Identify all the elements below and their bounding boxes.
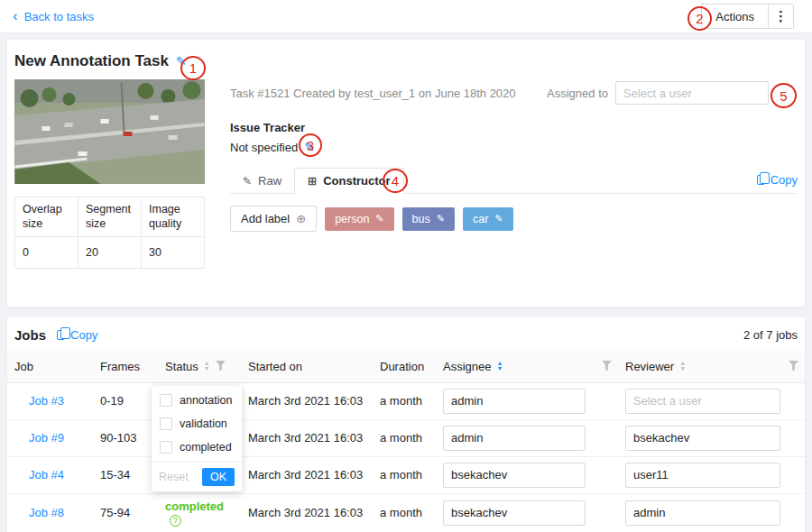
filter-option-completed-label: completed [180, 441, 232, 454]
add-label-button[interactable]: Add label ⊕ [230, 206, 317, 232]
frames-cell: 75-94 [93, 493, 158, 532]
label-tag-person[interactable]: person ✎ [325, 207, 393, 231]
status-sort-icon[interactable]: ▲▼ [204, 361, 210, 371]
issue-tracker-value: Not specified [230, 141, 298, 154]
job-assignee-input[interactable] [443, 389, 586, 414]
filter-option-validation[interactable]: validation [152, 412, 242, 436]
task-assignee-input[interactable] [615, 81, 769, 105]
job-cell: Job #9 [7, 419, 93, 456]
annotation-marker-2: 2 [687, 6, 712, 31]
param-value-overlap: 0 [15, 236, 78, 268]
label-tag-car[interactable]: car ✎ [463, 207, 513, 231]
reviewer-filter-icon[interactable] [789, 361, 798, 371]
job-link[interactable]: Job #8 [14, 506, 64, 519]
task-details-card: New Annotation Task ✎ [7, 40, 805, 307]
filter-option-validation-label: validation [180, 417, 227, 430]
checkbox-validation[interactable] [160, 417, 172, 430]
job-assignee-input[interactable] [443, 426, 586, 451]
task-right-column: Task #1521 Created by test_user_1 on Jun… [230, 79, 798, 269]
edit-label-car-icon: ✎ [494, 213, 503, 225]
frames-cell: 15-34 [93, 456, 158, 493]
assignee-cell [436, 382, 595, 419]
reviewer-sort-icon[interactable]: ▲▼ [679, 361, 686, 371]
task-page: ‹ Back to tasks Actions ⋮ New Annotation… [0, 0, 812, 532]
jobs-table-header-row: Job Frames Status ▲▼ Started on Duration [7, 351, 805, 382]
duration-cell: a month [373, 456, 436, 493]
job-link[interactable]: Job #9 [14, 431, 64, 445]
job-reviewer-input[interactable] [625, 426, 780, 451]
labels-copy-link[interactable]: Copy [757, 173, 798, 193]
column-assignee-label: Assignee [443, 360, 491, 373]
param-header-quality: Image quality [142, 197, 205, 237]
assignee-cell [436, 456, 595, 493]
column-started-on: Started on [241, 351, 373, 382]
assignee-sort-icon[interactable]: ▲▼ [496, 361, 503, 371]
jobs-copy-link[interactable]: Copy [57, 328, 97, 342]
job-reviewer-input[interactable] [625, 500, 780, 526]
tab-raw[interactable]: ✎ Raw [230, 169, 294, 193]
assignee-filter-icon[interactable] [602, 361, 612, 371]
annotation-marker-3: 3 [299, 133, 322, 157]
column-reviewer[interactable]: Reviewer ▲▼ [618, 351, 781, 382]
job-cell: Job #3 [7, 382, 93, 419]
started-cell: March 3rd 2021 16:03 [241, 382, 373, 419]
assignee-filter-cell [595, 351, 618, 382]
back-label: Back to tasks [24, 10, 94, 23]
question-circle-icon[interactable]: ? [170, 515, 181, 527]
filter-reset-button[interactable]: Reset [159, 471, 189, 483]
reviewer-cell [618, 493, 781, 532]
add-label-text: Add label [241, 212, 290, 225]
started-cell: March 3rd 2021 16:03 [241, 493, 373, 532]
reviewer-filter-cell [781, 351, 805, 382]
jobs-table: Job Frames Status ▲▼ Started on Duration [7, 351, 805, 532]
task-parameters-table: Overlap size Segment size Image quality … [14, 197, 205, 269]
label-tag-bus-name: bus [412, 213, 430, 225]
job-row: Job #4 15-34 March 3rd 2021 16:03 a mont… [7, 456, 805, 493]
checkbox-annotation[interactable] [160, 394, 172, 407]
column-duration: Duration [373, 351, 436, 382]
constructor-icon: ⊞ [308, 175, 317, 188]
job-cell: Job #8 [7, 493, 93, 532]
job-link[interactable]: Job #3 [14, 394, 64, 408]
column-assignee[interactable]: Assignee ▲▼ [436, 351, 595, 382]
back-to-tasks-link[interactable]: ‹ Back to tasks [13, 10, 94, 23]
job-reviewer-input[interactable] [625, 463, 780, 488]
started-cell: March 3rd 2021 16:03 [241, 456, 373, 493]
job-row: Job #3 0-19 March 3rd 2021 16:03 a month [7, 382, 805, 419]
job-link[interactable]: Job #4 [14, 468, 64, 482]
task-title: New Annotation Task [14, 52, 169, 70]
filter-option-completed[interactable]: completed [152, 436, 242, 459]
reviewer-cell [618, 456, 781, 493]
duration-cell: a month [373, 493, 436, 532]
assignee-cell [436, 493, 595, 532]
param-header-segment: Segment size [78, 197, 142, 237]
label-tag-person-name: person [335, 213, 369, 225]
label-tag-bus[interactable]: bus ✎ [402, 207, 455, 231]
filter-ok-button[interactable]: OK [202, 468, 235, 486]
annotation-marker-5: 5 [770, 83, 797, 108]
status-filter-cell [208, 351, 241, 382]
job-assignee-input[interactable] [443, 500, 586, 526]
assigned-to-block: Assigned to [547, 81, 769, 105]
task-meta-text: Task #1521 Created by test_user_1 on Jun… [230, 87, 516, 100]
copy-icon [57, 330, 65, 340]
jobs-header: Jobs Copy 2 of 7 jobs [7, 317, 805, 351]
column-status[interactable]: Status ▲▼ [158, 351, 208, 382]
label-constructor-panel: Add label ⊕ person ✎ bus ✎ car ✎ [230, 194, 798, 232]
task-meta-row: Task #1521 Created by test_user_1 on Jun… [230, 81, 798, 105]
issue-tracker-label: Issue Tracker [230, 121, 798, 134]
filter-option-annotation[interactable]: annotation [152, 389, 242, 412]
job-reviewer-input[interactable] [625, 389, 780, 414]
frames-cell: 0-19 [93, 382, 158, 419]
task-title-row: New Annotation Task ✎ [14, 52, 798, 70]
annotation-marker-1: 1 [180, 56, 206, 80]
job-row: Job #9 90-103 March 3rd 2021 16:03 a mon… [7, 419, 805, 456]
edit-label-bus-icon: ✎ [437, 213, 445, 225]
jobs-title: Jobs [14, 327, 46, 343]
task-thumbnail-image [14, 79, 205, 184]
copy-icon [757, 175, 765, 185]
checkbox-completed[interactable] [160, 441, 172, 454]
more-menu-button[interactable]: ⋮ [769, 4, 794, 29]
job-assignee-input[interactable] [443, 463, 586, 488]
status-filter-icon[interactable] [216, 361, 226, 371]
